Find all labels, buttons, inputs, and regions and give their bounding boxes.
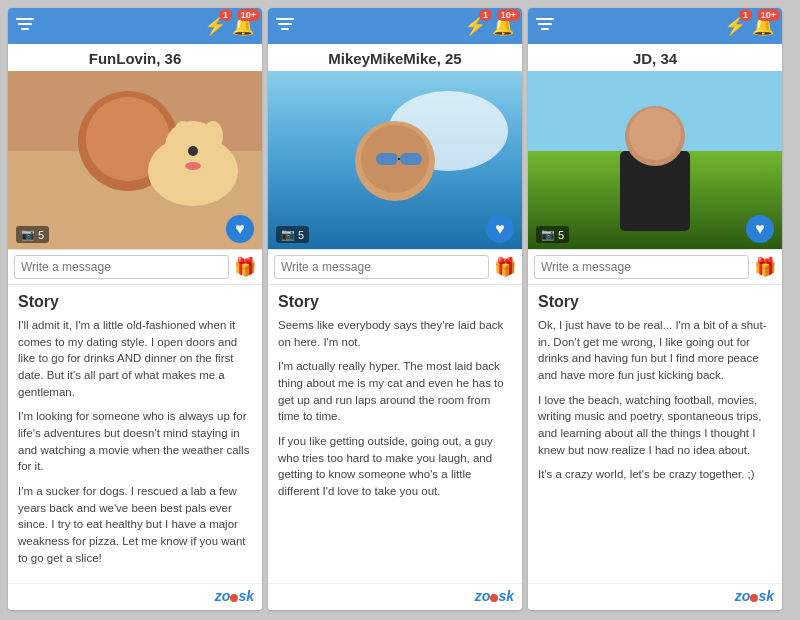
story-paragraph: I'm looking for someone who is always up… [18, 408, 252, 475]
notification-badge-group: 🔔 10+ [232, 15, 254, 37]
story-text-3: Ok, I just have to be real... I'm a bit … [538, 317, 772, 483]
zoosk-logo-2: zosk [268, 583, 522, 610]
zoosk-brand: zosk [215, 588, 254, 604]
lightning-badge-group: ⚡ 1 [204, 15, 226, 37]
photo-count-1: 📷 5 [16, 226, 49, 243]
gift-button-2[interactable]: 🎁 [494, 256, 516, 278]
zoosk-logo-1: zosk [8, 583, 262, 610]
profile-card-3: ⚡ 1 🔔 10+ JD, 34 [528, 8, 782, 610]
svg-rect-21 [400, 153, 422, 165]
camera-icon: 📷 [281, 228, 295, 241]
top-bar-1: ⚡ 1 🔔 10+ [8, 8, 262, 44]
filter-icon[interactable] [16, 17, 34, 35]
photo-area-3: 📷 5 ♥ [528, 71, 782, 249]
story-section-2: StorySeems like everybody says they're l… [268, 285, 522, 583]
photo-count-3: 📷 5 [536, 226, 569, 243]
gift-button-3[interactable]: 🎁 [754, 256, 776, 278]
notification-badge: 10+ [757, 9, 780, 21]
profile-card-2: ⚡ 1 🔔 10+ MikeyMikeMike, 25 [268, 8, 522, 610]
svg-point-10 [203, 121, 223, 151]
lightning-badge: 1 [219, 9, 232, 21]
message-input-2[interactable] [274, 255, 489, 279]
story-paragraph: I love the beach, watching football, mov… [538, 392, 772, 459]
svg-rect-20 [376, 153, 398, 165]
top-bar-3: ⚡ 1 🔔 10+ [528, 8, 782, 44]
message-input-1[interactable] [14, 255, 229, 279]
lightning-badge-group: ⚡ 1 [724, 15, 746, 37]
photo-overlay-3: 📷 5 ♥ [528, 209, 782, 249]
story-paragraph: I'm actually really hyper. The most laid… [278, 358, 512, 425]
story-paragraph: I'll admit it, I'm a little old-fashione… [18, 317, 252, 400]
profile-name-1: FunLovin, 36 [8, 44, 262, 71]
story-section-3: StoryOk, I just have to be real... I'm a… [528, 285, 782, 583]
heart-button-1[interactable]: ♥ [226, 215, 254, 243]
gift-button-1[interactable]: 🎁 [234, 256, 256, 278]
story-paragraph: Seems like everybody says they're laid b… [278, 317, 512, 350]
message-bar-2: 🎁 [268, 249, 522, 285]
notification-badge: 10+ [237, 9, 260, 21]
heart-button-3[interactable]: ♥ [746, 215, 774, 243]
story-paragraph: It's a crazy world, let's be crazy toget… [538, 466, 772, 483]
profile-name-3: JD, 34 [528, 44, 782, 71]
camera-icon: 📷 [21, 228, 35, 241]
top-bar-right: ⚡ 1 🔔 10+ [464, 15, 514, 37]
heart-button-2[interactable]: ♥ [486, 215, 514, 243]
notification-badge: 10+ [497, 9, 520, 21]
profile-card-1: ⚡ 1 🔔 10+ FunLovin, 36 [8, 8, 262, 610]
notification-badge-group: 🔔 10+ [752, 15, 774, 37]
photo-count-2: 📷 5 [276, 226, 309, 243]
story-title-1: Story [18, 293, 252, 311]
message-input-3[interactable] [534, 255, 749, 279]
top-bar-right: ⚡ 1 🔔 10+ [204, 15, 254, 37]
filter-icon[interactable] [276, 17, 294, 35]
story-text-2: Seems like everybody says they're laid b… [278, 317, 512, 500]
photo-area-2: 📷 5 ♥ [268, 71, 522, 249]
lightning-badge: 1 [479, 9, 492, 21]
svg-point-12 [185, 162, 201, 170]
zoosk-brand: zosk [735, 588, 774, 604]
zoosk-logo-3: zosk [528, 583, 782, 610]
message-bar-3: 🎁 [528, 249, 782, 285]
story-title-2: Story [278, 293, 512, 311]
svg-point-30 [629, 108, 681, 160]
story-text-1: I'll admit it, I'm a little old-fashione… [18, 317, 252, 566]
svg-point-9 [173, 121, 193, 151]
cards-container: ⚡ 1 🔔 10+ FunLovin, 36 [0, 0, 800, 620]
top-bar-2: ⚡ 1 🔔 10+ [268, 8, 522, 44]
lightning-badge-group: ⚡ 1 [464, 15, 486, 37]
story-paragraph: I'm a sucker for dogs. I rescued a lab a… [18, 483, 252, 566]
photo-overlay-1: 📷 5 ♥ [8, 209, 262, 249]
zoosk-brand: zosk [475, 588, 514, 604]
top-bar-right: ⚡ 1 🔔 10+ [724, 15, 774, 37]
svg-point-11 [188, 146, 198, 156]
message-bar-1: 🎁 [8, 249, 262, 285]
photo-overlay-2: 📷 5 ♥ [268, 209, 522, 249]
story-paragraph: If you like getting outside, going out, … [278, 433, 512, 500]
story-title-3: Story [538, 293, 772, 311]
lightning-badge: 1 [739, 9, 752, 21]
filter-icon[interactable] [536, 17, 554, 35]
notification-badge-group: 🔔 10+ [492, 15, 514, 37]
story-paragraph: Ok, I just have to be real... I'm a bit … [538, 317, 772, 384]
profile-name-2: MikeyMikeMike, 25 [268, 44, 522, 71]
camera-icon: 📷 [541, 228, 555, 241]
photo-area-1: 📷 5 ♥ [8, 71, 262, 249]
story-section-1: StoryI'll admit it, I'm a little old-fas… [8, 285, 262, 583]
